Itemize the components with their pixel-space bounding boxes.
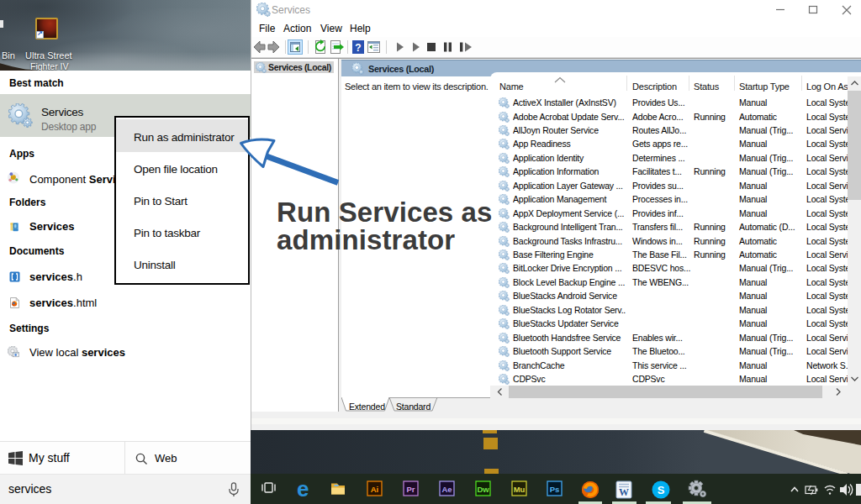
svg-text:Ae: Ae: [441, 485, 452, 494]
svg-text:Ps: Ps: [550, 485, 560, 494]
svg-text:Dw: Dw: [477, 485, 489, 494]
svg-text:S: S: [658, 484, 665, 496]
svg-text:Pr: Pr: [406, 485, 415, 494]
svg-text:Mu: Mu: [514, 485, 526, 494]
svg-text:Extended: Extended: [349, 402, 385, 412]
svg-text:?: ?: [355, 42, 361, 54]
svg-text:e: e: [297, 476, 309, 501]
svg-text:Ai: Ai: [371, 485, 379, 494]
svg-text:W: W: [619, 486, 629, 498]
svg-text:Standard: Standard: [396, 402, 430, 412]
